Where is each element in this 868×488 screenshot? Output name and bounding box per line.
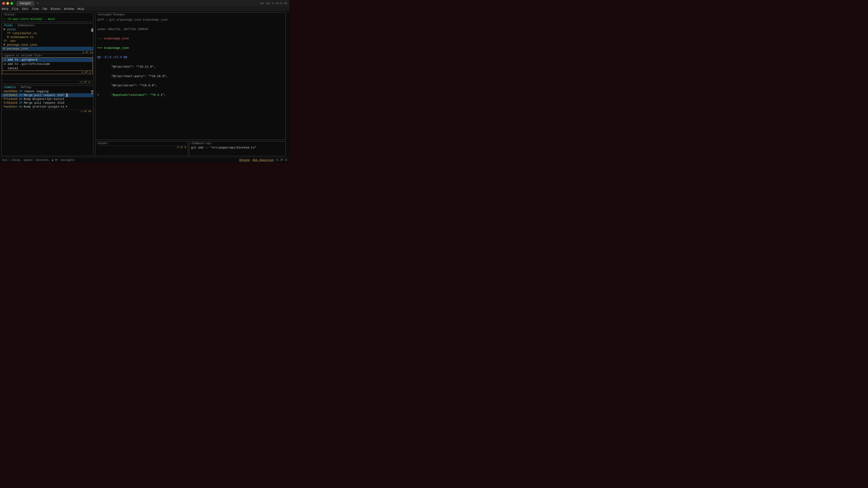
dropdown-item-gitignore[interactable]: i add to .gitignore [2, 58, 92, 62]
stash-section: ─Stash─ 0 of 0 [95, 141, 188, 156]
commit-row-4[interactable]: feee24cc de Bump prettier-plugin-ta▼ [2, 105, 93, 109]
bottom-row: ─Stash─ 0 of 0 ─Command Log─ git add -- … [94, 140, 289, 157]
file-item-env[interactable]: ?? .env [2, 39, 93, 43]
commit-msg-3: Merge pull request #110 [24, 101, 64, 105]
commit-hash-4: feee24cc [3, 105, 18, 108]
commit-msg-1: Merge pull request #107 [24, 94, 64, 97]
menu-view[interactable]: View [32, 7, 39, 11]
keybinding-hint: esc: close, space: execute, ▲ ▼: navigat… [2, 158, 74, 162]
dropdown-title: ─ignore or exclude file─ [2, 54, 93, 57]
diff-line-2: --- a/package.json [97, 36, 284, 41]
diff-line-1: index 39bcf1d..3bf7cbb 100644 [97, 27, 284, 32]
branch-status: ✓ t3-app-clerk-minimal → main [4, 18, 55, 21]
commit-author-0: JP [19, 90, 22, 93]
status-title: ─Status─ [2, 13, 93, 17]
files-section: ─Files - Submodules─ ▼ utils ?? ratelimi… [1, 23, 93, 54]
cmd-log-content: git add -- "src/pages/api/blocked.ts" [189, 145, 285, 150]
diff-line-6: "@trpc/react-query": "^10.16.0", [97, 74, 284, 79]
files-title: ─Files - Submodules─ [2, 24, 93, 28]
traffic-lights [2, 2, 13, 5]
diff-line-5: "@trpc/next": "^10.11.0", [97, 65, 284, 69]
menu-file[interactable]: File [12, 7, 19, 11]
commit-author-2: de [19, 97, 22, 101]
diff-line-3: +++ b/package.json [97, 46, 284, 51]
minimize-button[interactable] [6, 2, 9, 5]
commits-title: ─Commits - Reflog─ [2, 86, 93, 90]
status-bar-right: Donate Ask Question 0.37.0 [239, 158, 287, 162]
donate-link[interactable]: Donate [239, 158, 250, 162]
status-section: ─Status─ ✓ t3-app-clerk-minimal → main [1, 12, 93, 22]
dropdown-counter: 1 of 3 [2, 71, 93, 74]
version-label: 0.37.0 [276, 158, 287, 162]
commit-scroll-marker [66, 94, 68, 97]
commit-author-3: JP [19, 101, 22, 105]
menu-bar: Warp File Edit View Tab Blocks Window He… [0, 7, 289, 11]
commit-hash-2: ff1e4ad4 [3, 97, 18, 101]
ask-question-link[interactable]: Ask Question [253, 158, 274, 162]
dropdown-item-cancel[interactable]: cancel [2, 66, 92, 70]
commit-msg-0: remove logging [24, 90, 49, 93]
stash-title: ─Stash─ [95, 141, 188, 145]
datetime: Sat Apr 6 10:15 AM [260, 2, 287, 5]
status-content: ✓ t3-app-clerk-minimal → main [2, 17, 93, 22]
menu-warp[interactable]: Warp [2, 7, 8, 11]
commits-counter: 1 of 93 [2, 109, 93, 113]
menu-window[interactable]: Window [64, 7, 74, 11]
unstaged-title: ─Unstaged Changes─ [95, 13, 285, 17]
status-bar: esc: close, space: execute, ▲ ▼: navigat… [0, 157, 289, 163]
commits-section: ─Commits - Reflog─ ▲ 4ae5889d JP remove … [1, 85, 93, 156]
unstaged-section: ─Unstaged Changes─ diff --git a/package.… [95, 12, 286, 140]
right-panel: ─Unstaged Changes─ diff --git a/package.… [94, 12, 289, 157]
commits-scrollbar-up[interactable]: ▲ [91, 90, 93, 94]
commit-hash-0: 4ae5889d [3, 90, 18, 93]
tab-bar: lazygit + [17, 1, 40, 6]
menu-edit[interactable]: Edit [22, 7, 29, 11]
file-item-middleware[interactable]: M middleware.ts [2, 35, 93, 39]
close-button[interactable] [2, 2, 5, 5]
commit-row-0[interactable]: 4ae5889d JP remove logging [2, 90, 93, 93]
diff-line-4: @@ -17,6 +17,8 @@ [97, 55, 284, 60]
commit-row-3[interactable]: fc5b2e23 JP Merge pull request #110 [2, 101, 93, 105]
diff-content: diff --git a/package.json b/package.json… [95, 17, 285, 103]
file-item-ratelimiter[interactable]: ?? ratelimiter.ts [2, 31, 93, 35]
branch-counter: ─1 of 1─ [2, 80, 93, 84]
commit-msg-4: Bump prettier-plugin-ta [24, 105, 64, 108]
file-item-package-lock[interactable]: M package-lock.json [2, 43, 93, 47]
lazygit-tab[interactable]: lazygit [17, 1, 34, 6]
menu-blocks[interactable]: Blocks [51, 7, 61, 11]
commit-msg-2: Bump @typescript-eslint [24, 97, 64, 101]
cmd-log-title: ─Command Log─ [189, 141, 285, 145]
commit-author-4: de [19, 105, 22, 108]
dropdown-menu: i add to .gitignore e add to .git/info/e… [2, 57, 93, 71]
diff-line-7: "@trpc/server": "^10.9.0", [97, 84, 284, 88]
menu-tab[interactable]: Tab [42, 7, 47, 11]
stash-counter: 0 of 0 [95, 145, 188, 149]
title-bar: lazygit + Sat Apr 6 10:15 AM [0, 0, 289, 7]
dropdown-item-exclude[interactable]: e add to .git/info/exclude [2, 62, 92, 66]
dropdown-overlay: ─ignore or exclude file─ i add to .gitig… [2, 54, 93, 74]
cmd-log-section: ─Command Log─ git add -- "src/pages/api/… [189, 141, 286, 156]
commit-row-1[interactable]: 26f8b8e2 JP Merge pull request #107 [2, 93, 93, 97]
files-scrollbar[interactable] [91, 29, 93, 32]
title-bar-right: Sat Apr 6 10:15 AM [260, 2, 287, 5]
file-item-utils[interactable]: ▼ utils [2, 28, 93, 31]
maximize-button[interactable] [10, 2, 13, 5]
menu-help[interactable]: Help [78, 7, 84, 11]
add-tab-button[interactable]: + [35, 1, 40, 5]
file-item-package-json[interactable]: M package.json [2, 47, 93, 51]
diff-line-0: diff --git a/package.json b/package.json [97, 18, 284, 22]
commit-author-1: JP [19, 94, 22, 97]
commit-hash-1: 26f8b8e2 [3, 94, 18, 97]
commit-hash-3: fc5b2e23 [3, 101, 18, 105]
left-panel: ─Status─ ✓ t3-app-clerk-minimal → main ─… [0, 12, 94, 157]
diff-line-8: + "@upstash/ratelimit": "^0.4.1", [97, 93, 284, 98]
commit-row-2[interactable]: ff1e4ad4 de Bump @typescript-eslint [2, 97, 93, 101]
